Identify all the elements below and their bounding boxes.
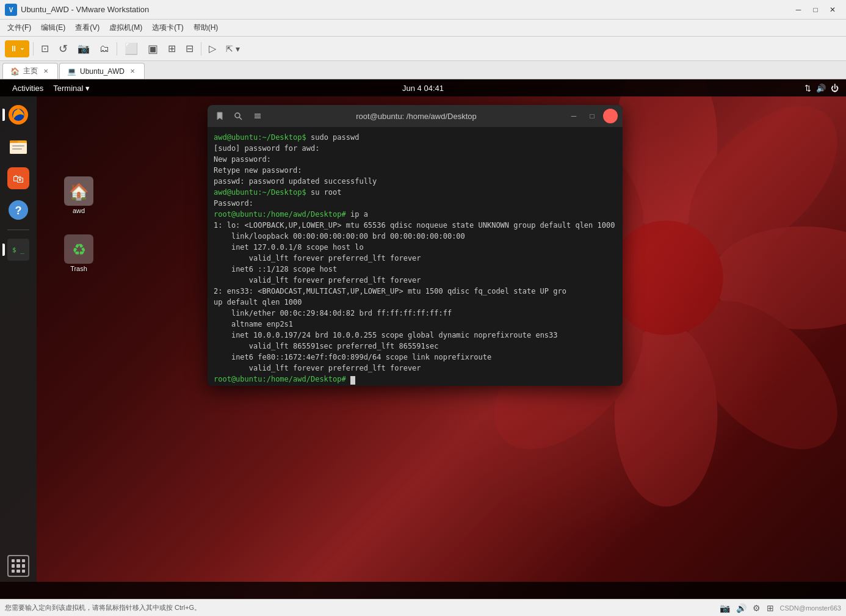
dock-item-firefox[interactable] (5, 101, 32, 128)
terminal-icon: $ _ (7, 239, 29, 261)
status-watermark: CSDN@monster663 (780, 604, 841, 612)
show-apps-button[interactable] (7, 555, 29, 577)
volume-icon[interactable]: 🔊 (816, 84, 826, 93)
toolbar-separator-3 (201, 42, 201, 56)
home-icon: 🏠 (10, 67, 20, 76)
split-view[interactable]: ⬜ (121, 40, 142, 57)
svg-rect-17 (12, 145, 24, 147)
console-view[interactable]: ▷ (205, 40, 220, 57)
terminal-titlebar: root@ubuntu: /home/awd/Desktop ─ □ ✕ (208, 105, 623, 127)
terminal-menu-button[interactable] (250, 109, 265, 123)
status-grid-icon[interactable]: ⊞ (767, 603, 774, 613)
menu-edit[interactable]: 编辑(E) (36, 21, 70, 34)
status-audio-icon[interactable]: 🔊 (736, 603, 747, 613)
terminal-window: root@ubuntu: /home/awd/Desktop ─ □ ✕ awd… (208, 105, 623, 386)
dock-item-terminal[interactable]: $ _ (5, 236, 32, 263)
unity-button[interactable]: ⊟ (182, 40, 197, 57)
status-hint-text: 您需要输入定向到该虚拟机，请将鼠标指针移入其中或按 Ctrl+G。 (5, 603, 201, 612)
home-tab-label: 主页 (23, 66, 38, 76)
terminal-content[interactable]: awd@ubuntu:~/Desktop$ sudo passwd [sudo]… (208, 127, 623, 386)
take-snapshot[interactable]: 📷 (74, 40, 93, 57)
statusbar-right: 📷 🔊 ⚙ ⊞ CSDN@monster663 (720, 603, 841, 613)
desktop-icon-trash[interactable]: ♻ Trash (57, 232, 101, 275)
app-menu-label[interactable]: Terminal ▾ (53, 84, 90, 93)
view-options[interactable]: ⇱ ▾ (222, 40, 244, 57)
titlebar-text: Ubuntu_AWD - VMware Workstation (21, 5, 790, 14)
system-tray: ⇅ 🔊 ⏻ (804, 84, 839, 93)
dock-item-appstore[interactable]: 🛍 (5, 165, 32, 192)
svg-text:🏠: 🏠 (69, 182, 89, 201)
close-button[interactable]: ✕ (824, 3, 841, 16)
terminal-title-text: root@ubuntu: /home/awd/Desktop (270, 112, 563, 121)
vm-tab-close[interactable]: ✕ (128, 67, 137, 76)
svg-point-29 (235, 113, 240, 118)
tab-ubuntu-awd[interactable]: 💻 Ubuntu_AWD ✕ (59, 63, 145, 79)
terminal-bookmark-icon (212, 109, 227, 123)
toolbar-separator-1 (33, 42, 34, 56)
dock: 🛍 ? $ _ (0, 96, 37, 582)
dock-item-help[interactable]: ? (5, 197, 32, 223)
activities-button[interactable]: Activities (7, 82, 48, 94)
minimize-button[interactable]: ─ (790, 3, 807, 16)
menu-tabs[interactable]: 选项卡(T) (147, 21, 188, 34)
pause-button[interactable]: ⏸ ▾ (5, 40, 29, 57)
vmware-titlebar: V Ubuntu_AWD - VMware Workstation ─ □ ✕ (0, 0, 846, 20)
home-tab-close[interactable]: ✕ (42, 67, 50, 76)
vm-tab-label: Ubuntu_AWD (80, 67, 125, 76)
svg-point-10 (609, 220, 723, 335)
maximize-button[interactable]: □ (807, 3, 824, 16)
firefox-icon (7, 104, 29, 126)
desktop-icon-awd[interactable]: 🏠 awd (57, 174, 101, 217)
fullscreen-button[interactable]: ⊞ (164, 40, 179, 57)
gnome-bottom-bar (0, 582, 846, 599)
vmware-logo: V (5, 4, 17, 16)
terminal-search-button[interactable] (231, 109, 245, 123)
svg-text:?: ? (15, 205, 22, 217)
awd-label: awd (73, 207, 85, 214)
status-screenshot-icon[interactable]: 📷 (720, 603, 730, 613)
tab-home[interactable]: 🏠 主页 ✕ (2, 63, 58, 79)
single-view[interactable]: ▣ (144, 40, 162, 57)
vmware-menubar: 文件(F) 编辑(E) 查看(V) 虚拟机(M) 选项卡(T) 帮助(H) (0, 20, 846, 37)
svg-text:♻: ♻ (72, 241, 86, 259)
svg-text:V: V (9, 7, 13, 13)
help-icon: ? (7, 199, 29, 221)
awd-icon: 🏠 (64, 176, 93, 206)
ubuntu-desktop: Activities Terminal ▾ Jun 4 04:41 ⇅ 🔊 ⏻ (0, 79, 846, 599)
power-icon[interactable]: ⏻ (831, 84, 839, 93)
menu-vm[interactable]: 虚拟机(M) (104, 21, 147, 34)
dock-separator (7, 230, 29, 230)
vmware-tabbar: 🏠 主页 ✕ 💻 Ubuntu_AWD ✕ (0, 61, 846, 79)
trash-icon: ♻ (64, 234, 93, 264)
svg-text:$ _: $ _ (12, 246, 24, 254)
vmware-statusbar: 您需要输入定向到该虚拟机，请将鼠标指针移入其中或按 Ctrl+G。 📷 🔊 ⚙ … (0, 599, 846, 616)
network-icon[interactable]: ⇅ (804, 84, 811, 93)
terminal-close-button[interactable]: ✕ (603, 109, 618, 123)
menu-view[interactable]: 查看(V) (70, 21, 104, 34)
svg-text:🛍: 🛍 (13, 173, 24, 185)
appstore-icon: 🛍 (7, 167, 29, 189)
status-settings-icon[interactable]: ⚙ (753, 603, 761, 613)
vmware-toolbar: ⏸ ▾ ⊡ ↺ 📷 🗂 ⬜ ▣ ⊞ ⊟ ▷ ⇱ ▾ (0, 37, 846, 61)
terminal-minimize-button[interactable]: ─ (566, 109, 581, 123)
clock-display: Jun 4 04:41 (402, 84, 444, 93)
svg-line-30 (239, 117, 242, 120)
menu-help[interactable]: 帮助(H) (189, 21, 223, 34)
toolbar-separator-2 (117, 42, 117, 56)
terminal-maximize-button[interactable]: □ (585, 109, 599, 123)
files-icon (7, 136, 29, 158)
dock-item-files[interactable] (5, 133, 32, 160)
trash-label: Trash (70, 265, 87, 272)
restore-snapshot[interactable]: ↺ (55, 40, 71, 57)
manage-snapshot[interactable]: 🗂 (96, 40, 113, 57)
window-controls: ─ □ ✕ (790, 3, 841, 16)
vm-tab-icon: 💻 (67, 67, 76, 76)
send-ctrl-alt-del[interactable]: ⊡ (37, 40, 52, 57)
menu-file[interactable]: 文件(F) (2, 21, 36, 34)
gnome-topbar: Activities Terminal ▾ Jun 4 04:41 ⇅ 🔊 ⏻ (0, 79, 846, 96)
svg-rect-18 (12, 148, 22, 150)
